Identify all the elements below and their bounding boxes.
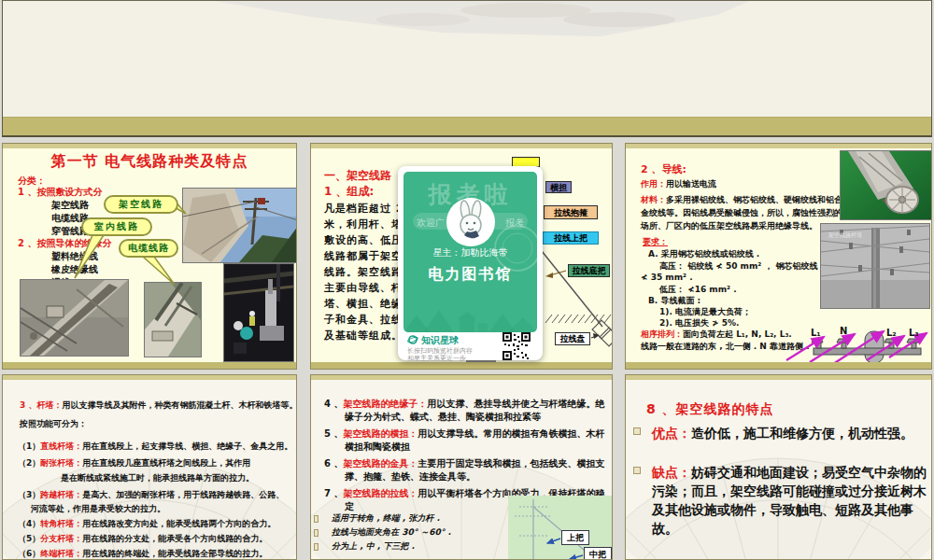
planet-icon (407, 334, 418, 345)
slide-3-conductors: 2 、导线: 作用：用以输送电流 材料：多采用裸铝绞线、钢芯铝绞线、硬铜绞线和铝… (625, 143, 932, 370)
item-text: 主要用于固定导线和横担，包括线夹、横担支 (417, 458, 604, 469)
phase-label-l2: L₂ (886, 328, 897, 338)
promo-card[interactable]: 报考啦 欢迎广 报考 星主：加勒比海带 (398, 166, 543, 360)
phase-label-l1: L₁ (811, 328, 821, 338)
intro-text: 用以支撑导线及其附件，种类有钢筋混凝土杆、木杆和铁塔等。 (62, 400, 297, 410)
item-term: 架空线路的绝缘子： (343, 399, 427, 409)
slide-title: 8 、架空线路的特点 (646, 401, 774, 418)
slide-sorter-page: 第一节 电气线路种类及特点 分类： 1 、按照敷设方式分 架空线路 电缆线路 穿… (0, 0, 934, 560)
item-text: 用在线路的终端处，能承受线路全部导线的拉力。 (82, 549, 267, 558)
text-line: 4 、架空线路的绝缘子：用以支撑、悬挂导线并使之与杆塔绝缘。绝 (324, 398, 604, 411)
item-num: （2） (18, 458, 40, 468)
promo-card-green-area: 报考啦 欢迎广 报考 星主：加勒比海带 (403, 172, 537, 332)
item-num: 5 、 (324, 428, 343, 439)
text-line: 5 、架空线路的横担：用以支撑导线。常用的横担有角铁横担、木杆 (324, 427, 604, 441)
item-term: 终端杆塔： (40, 549, 82, 558)
olive-footer-band (3, 117, 931, 135)
advantages-paragraph: 优点：造价低，施工和维修方便，机动性强。 (652, 424, 932, 442)
slide-5-insulators-fittings: 4 、架空线路的绝缘子：用以支撑、悬挂导线并使之与杆塔绝缘。绝 缘子分为针式、蝶… (310, 374, 613, 560)
item-text: 用在直线段几座直线杆塔之间线段上，其作用 (82, 458, 250, 468)
qr-code (502, 332, 531, 360)
text-line: 是在断线或紧线施工时，能承担线路单方面的拉力。 (61, 472, 254, 484)
text-line: 横担和陶瓷横担 (345, 441, 410, 454)
advantages-label: 优点： (652, 426, 691, 441)
item-text: 用在线路改变方向处，能承受线路两个方向的合力。 (82, 519, 276, 528)
promo-owner: 星主：加勒比海带 (403, 246, 537, 259)
item-text: 用在线路的分支处，能承受各个方向线路的合力。 (82, 534, 267, 543)
text-line: （5）分支杆塔：用在线路的分支处，能承受各个方向线路的合力。 (18, 533, 267, 545)
text-line: （2）耐张杆塔：用在直线段几座直线杆塔之间线段上，其作用 (18, 457, 250, 469)
text-line: 定 (345, 500, 354, 513)
intro-label: 3 、杆塔： (20, 400, 62, 410)
bullet-marker (314, 543, 318, 551)
mountain-watermark (3, 1, 932, 57)
text-line: 3 、杆塔：用以支撑导线及其附件，种类有钢筋混凝土杆、木杆和铁塔等。 (20, 399, 297, 412)
rabbit-logo-icon (446, 197, 496, 247)
item-num: （6） (18, 549, 40, 558)
text-line: （6）终端杆塔：用在线路的终端处，能承受线路全部导线的拉力。 (18, 548, 267, 560)
item-term: 分支杆塔： (40, 534, 82, 543)
callout-overhead-line: 架空线路 (104, 195, 178, 214)
slide-2-overhead-composition: 一、架空线路 1 、组成: 凡是档距超过 25 米，利用杆、塔 敷设的高、低压 … (310, 143, 613, 370)
item-term: 架空线路的拉线： (343, 488, 417, 498)
item-term: 架空线路的金具： (343, 458, 417, 469)
disadvantages-text: 妨碍交通和地面建设；易受空气中杂物的污染；而且，架空线路可能碰撞或过分接近树木及… (652, 465, 927, 536)
text-line: （1）直线杆塔：用在直线段上，起支撑导线、横担、绝缘子、金具之用。 (18, 441, 292, 453)
advantages-text: 造价低，施工和维修方便，机动性强。 (691, 426, 913, 441)
brand-name: 知识星球 (421, 334, 459, 347)
disadvantages-label: 缺点： (652, 465, 691, 480)
text-line: 河流等处，作用是承受较大的拉力。 (31, 503, 165, 515)
bullet-marker (314, 515, 318, 523)
item-term: 架空线路的横担： (343, 428, 417, 439)
item-term: 直线杆塔： (40, 441, 82, 451)
item-num: （5） (18, 534, 40, 543)
item-term: 耐张杆塔： (40, 458, 82, 468)
bullet-marker (314, 529, 318, 537)
phase-label-l3: L₃ (909, 328, 919, 338)
slide-1-line-types: 第一节 电气线路种类及特点 分类： 1 、按照敷设方式分 架空线路 电缆线路 穿… (2, 143, 297, 370)
promo-watermark-left: 欢迎广 (417, 217, 445, 230)
item-text: 用在直线段上，起支撑导线、横担、绝缘子、金具之用。 (82, 441, 292, 451)
text-line: 撑、抱箍、垫铁、连接金具等。 (345, 470, 475, 483)
item-num: 6 、 (324, 458, 343, 469)
village-illustration (403, 301, 537, 332)
slide-4-pole-types: 3 、杆塔：用以支撑导线及其附件，种类有钢筋混凝土杆、木杆和铁塔等。 按照功能可… (2, 374, 297, 560)
text-line: 缘子分为针式、蝶式、悬挂、陶瓷横担和拉紧等 (345, 411, 541, 424)
label-guy-middle-section: 中把 (584, 547, 612, 560)
item-num: 7 、 (324, 488, 343, 498)
bullet-marker (633, 427, 641, 435)
promo-title: 电力图书馆 (403, 265, 537, 285)
promo-footer: 知识星球 长按扫码预览社群内容 和星主关系更近一步 (403, 332, 537, 358)
item-text: 是高大、加强的耐张杆塔，用于线路跨越铁路、公路、 (82, 490, 284, 499)
item-num: （4） (18, 519, 40, 528)
text-line: （3）跨越杆塔：是高大、加强的耐张杆塔，用于线路跨越铁路、公路、 (18, 489, 284, 501)
phase-label-n: N (840, 326, 847, 336)
bullet-marker (633, 467, 641, 474)
label-guy-upper-section: 上把 (561, 530, 589, 545)
sub-bullet: 拉线与地面夹角在 30° ～60° . (332, 526, 451, 539)
slide-6-characteristics: 8 、架空线路的特点 优点：造价低，施工和维修方便，机动性强。 缺点：妨碍交通和… (625, 374, 932, 560)
disadvantages-paragraph: 缺点：妨碍交通和地面建设；易受空气中杂物的污染；而且，架空线路可能碰撞或过分接近… (652, 463, 932, 538)
sub-bullet: 分为上 , 中 , 下三把 . (332, 540, 415, 553)
item-term: 转角杆塔： (40, 519, 82, 528)
callout-cable-line: 电缆线路 (119, 239, 178, 258)
top-partial-slide (2, 0, 932, 137)
text-line: 按照功能可分为： (20, 418, 87, 430)
guy-diagram: 上把 中把 (508, 496, 613, 560)
promo-tip-2: 和星主关系更近一步 (407, 354, 466, 363)
callout-indoor-line: 室内线路 (81, 217, 152, 236)
item-text: 用以支撑导线。常用的横担有角铁横担、木杆 (417, 428, 604, 439)
text-line: 6 、架空线路的金具：主要用于固定导线和横担，包括线夹、横担支 (324, 457, 604, 470)
item-num: （1） (18, 441, 40, 451)
slide-bottom-band (626, 362, 931, 369)
item-num: 4 、 (324, 399, 343, 409)
item-num: （3） (18, 490, 40, 499)
text-line: （4）转角杆塔：用在线路改变方向处，能承受线路两个方向的合力。 (18, 518, 276, 530)
sub-bullet: 适用于转角 , 终端 , 张力杆 . (332, 512, 440, 525)
item-text: 用以支撑、悬挂导线并使之与杆塔绝缘。绝 (427, 399, 604, 409)
item-term: 跨越杆塔： (40, 490, 82, 499)
